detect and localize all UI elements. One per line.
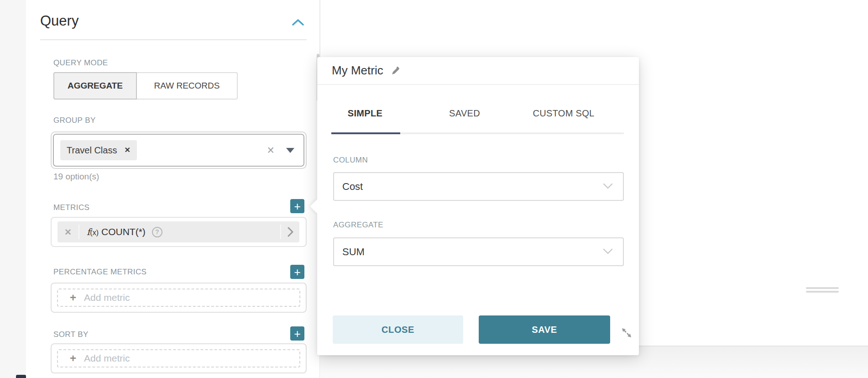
popover-header: My Metric — [317, 57, 639, 85]
clear-selection-icon[interactable]: × — [267, 144, 274, 157]
tab-track — [331, 132, 624, 134]
query-mode-aggregate-button[interactable]: AGGREGATE — [53, 72, 137, 100]
aggregate-select-value: SUM — [342, 246, 603, 258]
column-select-value: Cost — [342, 181, 603, 193]
group-by-tag: Travel Class ✕ — [60, 140, 137, 160]
column-label: COLUMN — [333, 156, 368, 165]
tag-remove-icon[interactable]: ✕ — [124, 147, 130, 154]
resize-handle-line[interactable] — [806, 287, 839, 289]
chevron-right-icon[interactable] — [281, 227, 299, 237]
plus-icon: + — [70, 292, 76, 303]
help-icon[interactable]: ? — [152, 227, 162, 237]
close-button[interactable]: CLOSE — [333, 315, 463, 344]
percentage-metrics-label: PERCENTAGE METRICS — [53, 268, 146, 277]
popover-arrow — [310, 199, 324, 213]
chevron-down-icon — [603, 248, 613, 256]
group-by-select[interactable]: Travel Class ✕ × — [51, 131, 307, 169]
tab-saved[interactable]: SAVED — [449, 108, 480, 119]
plus-icon: + — [70, 353, 76, 364]
add-percentage-metric-button[interactable]: + — [290, 265, 304, 279]
aggregate-label: AGGREGATE — [333, 220, 383, 230]
add-metric-placeholder: Add metric — [84, 353, 130, 364]
save-button[interactable]: SAVE — [479, 315, 610, 344]
diagonal-resize-icon[interactable] — [620, 326, 633, 339]
chevron-down-icon — [603, 183, 613, 191]
edit-title-pencil-icon[interactable] — [390, 65, 401, 76]
aggregate-select[interactable]: SUM — [333, 237, 624, 266]
percentage-metrics-container: + Add metric — [51, 283, 307, 313]
add-metric-placeholder: Add metric — [84, 292, 130, 303]
column-select[interactable]: Cost — [333, 172, 624, 201]
tab-custom-sql[interactable]: CUSTOM SQL — [533, 108, 595, 119]
chevron-up-icon — [292, 21, 304, 28]
collapse-section-button[interactable] — [291, 17, 305, 28]
tab-simple[interactable]: SIMPLE — [348, 108, 382, 119]
left-rail — [0, 0, 26, 378]
pill-divider — [78, 225, 79, 239]
query-mode-label: QUERY MODE — [53, 58, 108, 68]
remove-metric-icon[interactable]: ✕ — [58, 227, 78, 237]
group-by-options-hint: 19 option(s) — [53, 172, 99, 182]
tooltip-edge — [16, 375, 26, 378]
query-section-title: Query — [40, 13, 78, 29]
group-by-select-inner: Travel Class ✕ × — [53, 134, 304, 167]
add-sort-by-dropzone[interactable]: + Add metric — [57, 349, 300, 368]
caret-down-icon[interactable] — [286, 148, 294, 153]
function-icon: f(x) — [87, 226, 99, 237]
group-by-label: GROUP BY — [53, 116, 96, 125]
resize-handle-line[interactable] — [806, 291, 839, 293]
group-by-tag-label: Travel Class — [67, 145, 117, 156]
sort-by-label: SORT BY — [53, 330, 89, 339]
add-sort-by-button[interactable]: + — [290, 326, 304, 341]
sort-by-container: + Add metric — [51, 343, 307, 373]
metrics-container: ✕ f(x) COUNT(*) ? — [51, 217, 307, 247]
explore-chart-screen: Query QUERY MODE AGGREGATE RAW RECORDS G… — [0, 0, 868, 378]
section-divider — [40, 39, 307, 40]
query-mode-toggle: AGGREGATE RAW RECORDS — [53, 72, 238, 100]
query-mode-raw-records-button[interactable]: RAW RECORDS — [137, 72, 238, 100]
popover-title: My Metric — [332, 63, 383, 78]
active-tab-indicator — [331, 132, 400, 134]
metric-edit-popover: My Metric SIMPLE SAVED CUSTOM SQL COLUMN… — [317, 57, 639, 355]
add-percentage-metric-dropzone[interactable]: + Add metric — [57, 289, 300, 307]
metric-name: COUNT(*) — [101, 226, 146, 237]
metrics-label: METRICS — [53, 203, 89, 212]
metric-pill[interactable]: ✕ f(x) COUNT(*) ? — [58, 221, 299, 242]
add-metric-button[interactable]: + — [290, 199, 304, 213]
